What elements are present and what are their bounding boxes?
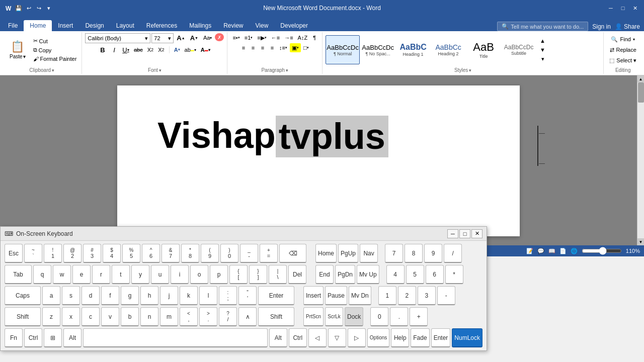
key-num9[interactable]: 9 [424,244,442,263]
key-5[interactable]: %5 [122,244,140,263]
key-v[interactable]: v [101,307,119,326]
key-home[interactable]: Home [315,244,337,263]
key-nav[interactable]: Nav [360,244,378,263]
key-comma[interactable]: <, [180,307,198,326]
key-e[interactable]: e [72,265,91,284]
key-l[interactable]: l [199,286,217,305]
style-subtitle[interactable]: AaBbCcDc Subtitle [502,35,536,64]
key-w[interactable]: w [53,265,71,284]
key-num1[interactable]: 1 [378,286,396,305]
key-i[interactable]: i [171,265,189,284]
key-period[interactable]: >. [199,307,217,326]
key-h[interactable]: h [140,286,158,305]
status-comments-icon[interactable]: 💬 [537,248,544,254]
key-dock[interactable]: Dock [345,307,363,326]
key-num-add[interactable]: + [410,307,428,326]
key-num8[interactable]: 8 [405,244,423,263]
underline-button[interactable]: U▾ [120,45,131,54]
key-arrow-down[interactable]: ▽ [328,328,346,347]
key-num-sub[interactable]: - [437,286,455,305]
key-prtscn[interactable]: PrtScn [303,307,324,326]
sort-button[interactable]: A↕Z [296,33,310,42]
key-slash[interactable]: ?/ [219,307,237,326]
numbering-button[interactable]: ≡1▾ [243,33,255,42]
status-note-icon[interactable]: 📝 [526,248,533,254]
key-fade[interactable]: Fade [411,328,429,347]
key-backspace[interactable]: ⌫ [279,244,306,263]
key-o[interactable]: o [190,265,208,284]
key-x[interactable]: x [62,307,80,326]
key-enter[interactable]: Enter [258,286,294,305]
key-ctrl-left[interactable]: Ctrl [24,328,42,347]
key-semicolon[interactable]: :; [219,286,237,305]
key-up[interactable]: ∧ [238,307,257,326]
osk-titlebar[interactable]: ⌨ On-Screen Keyboard ─ □ ✕ [1,227,487,241]
styles-scroll-up[interactable]: ▲ [538,36,547,45]
key-caps[interactable]: Caps [5,286,41,305]
key-4[interactable]: $4 [103,244,121,263]
tab-design[interactable]: Design [79,20,110,31]
key-rbracket[interactable]: }] [249,265,267,284]
redo-icon[interactable]: ↪ [34,4,43,13]
key-del[interactable]: Del [288,265,306,284]
style-heading1[interactable]: AaBbC Heading 1 [396,35,430,64]
tab-mailings[interactable]: Mailings [183,20,217,31]
key-a[interactable]: a [42,286,60,305]
key-scrlk[interactable]: ScrLk [325,307,343,326]
key-shift-left[interactable]: Shift [5,307,41,326]
key-num7[interactable]: 7 [385,244,403,263]
decrease-indent-button[interactable]: ←≡ [269,33,282,42]
close-button[interactable]: ✕ [630,3,640,13]
key-num-dot[interactable]: . [390,307,408,326]
tab-layout[interactable]: Layout [110,20,140,31]
key-2[interactable]: @2 [63,244,82,263]
bullets-button[interactable]: ≡•▾ [230,33,242,42]
multilevel-button[interactable]: ≡▶▾ [255,33,268,42]
key-pgdn[interactable]: PgDn [335,265,355,284]
key-help[interactable]: Help [391,328,409,347]
tab-file[interactable]: File [2,20,24,31]
styles-more[interactable]: ▾ [538,54,547,63]
key-lbracket[interactable]: {[ [229,265,248,284]
key-arrow-left[interactable]: ◁ [308,328,327,347]
key-num3[interactable]: 3 [418,286,436,305]
tab-home[interactable]: Home [24,20,52,31]
key-num4[interactable]: 4 [386,265,405,284]
font-size-select[interactable]: 72 ▾ [151,33,174,43]
key-9[interactable]: (9 [201,244,219,263]
select-button[interactable]: ⬚ Select ▾ [607,56,639,65]
subscript-button[interactable]: X2 [145,45,155,54]
osk-restore-button[interactable]: □ [459,229,470,238]
tab-developer[interactable]: Developer [274,20,314,31]
scroll-thumb[interactable] [638,82,644,103]
scroll-down-button[interactable]: ▼ [637,238,645,245]
key-alt-left[interactable]: Alt [63,328,82,347]
maximize-button[interactable]: □ [618,3,628,13]
strikethrough-button[interactable]: abc [132,45,145,54]
key-f[interactable]: f [101,286,119,305]
key-equals[interactable]: += [260,244,278,263]
key-u[interactable]: u [151,265,169,284]
highlight-button[interactable]: ab▬▾ [183,45,198,54]
key-p[interactable]: p [210,265,228,284]
key-num-mul[interactable]: * [445,265,463,284]
justify-button[interactable]: ≡ [268,43,277,52]
tab-review[interactable]: Review [217,20,249,31]
key-num6[interactable]: 6 [426,265,444,284]
key-r[interactable]: r [92,265,110,284]
shading-button[interactable]: ▣▾ [290,43,301,52]
align-right-button[interactable]: ≡ [258,43,267,52]
key-num5[interactable]: 5 [406,265,424,284]
minimize-button[interactable]: ─ [606,3,616,13]
key-numlock[interactable]: NumLock [452,328,482,347]
document-container[interactable]: Vishaptvplus [0,75,637,245]
key-space[interactable] [83,328,268,347]
tab-insert[interactable]: Insert [52,20,79,31]
key-win[interactable]: ⊞ [44,328,62,347]
font-color-button[interactable]: A▬▾ [199,45,212,54]
key-t[interactable]: t [112,265,130,284]
key-backslash[interactable]: |\ [269,265,287,284]
zoom-slider[interactable] [582,247,622,255]
key-num2[interactable]: 2 [398,286,416,305]
key-tab[interactable]: Tab [5,265,32,284]
